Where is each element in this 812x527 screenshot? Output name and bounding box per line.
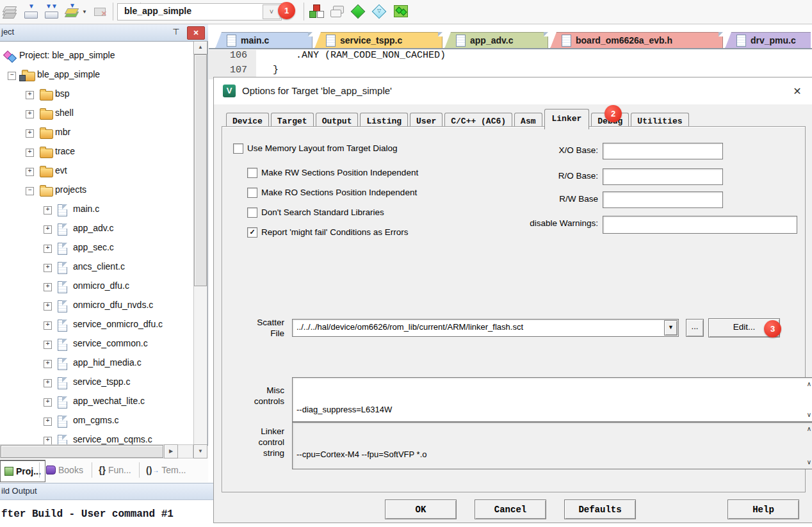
- expand-plus-icon[interactable]: +: [44, 264, 52, 272]
- tree-item-onmicro-dfu-c[interactable]: +onmicro_dfu.c: [0, 277, 192, 296]
- scroll-up-icon[interactable]: ∧: [807, 426, 811, 432]
- manage-rte-icon[interactable]: [307, 3, 325, 20]
- scroll-up-icon[interactable]: ∧: [807, 381, 811, 387]
- checkbox-unchecked[interactable]: [247, 168, 257, 178]
- build-output-line: fter Build - User command #1: [1, 508, 213, 520]
- tree-item-service-om-cqms-c[interactable]: +service_om_cqms.c: [0, 431, 192, 446]
- scroll-down-icon[interactable]: ∨: [807, 459, 811, 466]
- pin-icon[interactable]: ⊤: [170, 26, 182, 38]
- tree-item-project-ble-app-simple[interactable]: Project: ble_app_simple: [0, 47, 192, 66]
- expand-plus-icon[interactable]: +: [26, 110, 34, 118]
- scroll-up-icon[interactable]: ▲: [193, 41, 207, 54]
- tree-item-mbr[interactable]: +mbr: [0, 124, 192, 143]
- linker-control-string-box[interactable]: --cpu=Cortex-M4 --fpu=SoftVFP *.o --libr…: [292, 422, 812, 469]
- expand-plus-icon[interactable]: +: [44, 245, 52, 253]
- function-diamond-icon[interactable]: [349, 3, 367, 20]
- rebuild-icon[interactable]: ▼ ▼: [42, 3, 60, 20]
- workspace-tab-label: Proj...: [16, 466, 41, 476]
- tree-item-om-cgms-c[interactable]: +om_cgms.c: [0, 412, 192, 431]
- translate-icon[interactable]: [1, 3, 19, 20]
- collapse-minus-icon[interactable]: −: [26, 187, 34, 195]
- tree-item-evt[interactable]: +evt: [0, 162, 192, 181]
- scroll-down-icon[interactable]: ▼: [193, 444, 207, 458]
- code-line[interactable]: 106 .ANY (RAM_CODE_NON_CACHED): [209, 50, 812, 65]
- batch-build-icon[interactable]: ▼: [63, 3, 81, 20]
- help-button[interactable]: Help: [727, 499, 799, 519]
- expand-plus-icon[interactable]: +: [44, 379, 52, 387]
- expand-plus-icon[interactable]: +: [44, 398, 52, 407]
- dialog-close-icon[interactable]: ✕: [790, 85, 804, 99]
- tree-item-app-sec-c[interactable]: +app_sec.c: [0, 239, 192, 258]
- workspace-tab-tem[interactable]: ()→Tem...: [142, 460, 190, 480]
- workspace-tab-books[interactable]: Books: [42, 460, 87, 480]
- file-tab-service-tspp-c[interactable]: service_tspp.c: [314, 32, 443, 49]
- tree-item-service-tspp-c[interactable]: +service_tspp.c: [0, 373, 192, 393]
- checkbox-unchecked[interactable]: [247, 207, 257, 218]
- tree-item-projects[interactable]: −projects: [0, 181, 192, 200]
- close-panel-icon[interactable]: ✕: [187, 26, 205, 40]
- collapse-minus-icon[interactable]: −: [8, 72, 16, 80]
- target-select[interactable]: ble_app_simple ˅: [117, 3, 282, 20]
- expand-plus-icon[interactable]: +: [44, 360, 52, 368]
- expand-plus-icon[interactable]: +: [44, 283, 52, 291]
- misc-controls-input[interactable]: --diag_suppress=L6314W --userlibpath=../…: [292, 377, 812, 422]
- field-input-x-o-base-[interactable]: [603, 143, 723, 159]
- file-tab-drv-pmu-c[interactable]: drv_pmu.c: [725, 32, 811, 49]
- filter-funnel-icon[interactable]: ▽: [370, 3, 388, 20]
- windows-cascade-icon[interactable]: [328, 3, 346, 20]
- file-icon: [58, 281, 67, 293]
- field-input-disable-warnings-[interactable]: [603, 216, 797, 234]
- tree-item-shell[interactable]: +shell: [0, 104, 192, 124]
- tree-item-label: main.c: [73, 204, 99, 214]
- ok-button[interactable]: OK: [385, 499, 457, 519]
- scroll-right-icon[interactable]: ▶: [164, 444, 178, 458]
- expand-plus-icon[interactable]: +: [44, 225, 52, 234]
- expand-plus-icon[interactable]: +: [44, 302, 52, 311]
- tree-vscroll-thumb[interactable]: [194, 54, 207, 286]
- expand-plus-icon[interactable]: +: [26, 91, 34, 99]
- scatter-browse-button[interactable]: ...: [686, 319, 704, 337]
- tree-item-service-onmicro-dfu-c[interactable]: +service_onmicro_dfu.c: [0, 316, 192, 335]
- tree-hscroll-thumb[interactable]: [1, 445, 163, 458]
- expand-plus-icon[interactable]: +: [26, 149, 34, 157]
- tree-item-trace[interactable]: +trace: [0, 143, 192, 162]
- checkbox-unchecked[interactable]: [247, 188, 257, 198]
- dialog-titlebar[interactable]: V Options for Target 'ble_app_simple' ✕: [214, 77, 812, 104]
- checkbox-unchecked[interactable]: [233, 143, 243, 154]
- scroll-down-icon[interactable]: ∨: [807, 412, 811, 418]
- tree-item-service-common-c[interactable]: +service_common.c: [0, 335, 192, 354]
- tree-item-app-adv-c[interactable]: +app_adv.c: [0, 220, 192, 239]
- tree-item-label: mbr: [55, 127, 70, 137]
- tree-item-ble-app-simple[interactable]: −ble_app_simple: [0, 66, 192, 85]
- expand-plus-icon[interactable]: +: [44, 341, 52, 349]
- scatter-file-combobox[interactable]: ../../../hal/device/om6626/rom_lib/curre…: [292, 319, 679, 337]
- build-icon[interactable]: ▼: [22, 3, 40, 20]
- tree-item-onmicro-dfu-nvds-c[interactable]: +onmicro_dfu_nvds.c: [0, 296, 192, 316]
- checkbox-label: Make RW Sections Position Independent: [261, 168, 418, 177]
- file-tab-main-c[interactable]: main.c: [215, 32, 313, 49]
- expand-plus-icon[interactable]: +: [44, 321, 52, 330]
- tree-item-main-c[interactable]: +main.c: [0, 200, 192, 220]
- file-tab-app-adv-c[interactable]: app_adv.c: [444, 32, 548, 49]
- expand-plus-icon[interactable]: +: [44, 418, 52, 426]
- field-input-r-o-base-[interactable]: [603, 168, 723, 185]
- defaults-button[interactable]: Defaults: [564, 499, 636, 519]
- tree-item-app-hid-media-c[interactable]: +app_hid_media.c: [0, 354, 192, 373]
- tree-item-app-wechat-lite-c[interactable]: +app_wechat_lite.c: [0, 393, 192, 412]
- field-input-r-w-base[interactable]: [603, 191, 723, 208]
- expand-plus-icon[interactable]: +: [44, 206, 52, 215]
- checkbox-checked[interactable]: ✓: [247, 227, 257, 238]
- tree-item-ancs-client-c[interactable]: +ancs_client.c: [0, 258, 192, 277]
- code-lines[interactable]: 106 .ANY (RAM_CODE_NON_CACHED)107 }: [209, 50, 812, 79]
- tree-item-label: app_wechat_lite.c: [73, 396, 145, 406]
- expand-plus-icon[interactable]: +: [26, 168, 34, 176]
- file-tab-board-om6626a-evb-h[interactable]: board_om6626a_evb.h: [550, 32, 723, 49]
- expand-plus-icon[interactable]: +: [26, 129, 34, 138]
- batch-build-dropdown-icon[interactable]: ▼: [81, 3, 88, 20]
- tree-item-bsp[interactable]: +bsp: [0, 85, 192, 104]
- dialog-tab-linker[interactable]: Linker: [544, 109, 590, 129]
- scatter-dropdown-icon[interactable]: ▼: [664, 320, 678, 336]
- pack-installer-icon[interactable]: [392, 3, 410, 20]
- workspace-tab-fun[interactable]: {}Fun...: [95, 460, 135, 480]
- cancel-button[interactable]: Cancel: [475, 499, 546, 519]
